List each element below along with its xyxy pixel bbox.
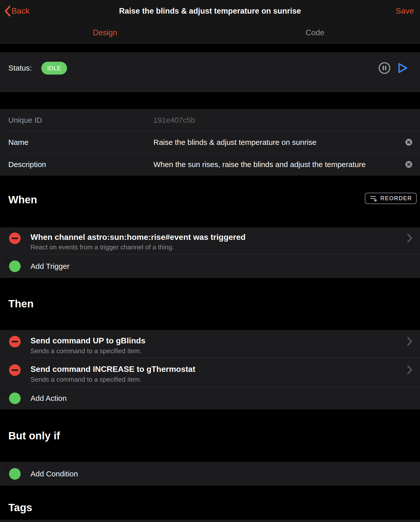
name-clear-button[interactable] xyxy=(405,139,412,146)
status-section: Status: IDLE xyxy=(0,52,420,92)
tags-list-partial xyxy=(0,520,420,522)
action-title: Send command INCREASE to gThermostat xyxy=(30,365,195,374)
trigger-subtitle: React on events from a trigger channel o… xyxy=(30,243,174,251)
when-heading: When xyxy=(8,194,37,206)
unique-id-row: Unique ID 191e407c5b xyxy=(0,109,420,131)
navigation-bar: Back Raise the blinds & adjust temperatu… xyxy=(0,0,420,44)
remove-action-button[interactable] xyxy=(9,336,21,347)
conditions-list: Add Condition xyxy=(0,462,420,486)
but-only-if-header: But only if xyxy=(0,409,420,462)
add-condition-button[interactable]: Add Condition xyxy=(0,462,420,486)
trigger-row[interactable]: When channel astro:sun:home:rise#event w… xyxy=(0,227,420,254)
description-label: Description xyxy=(8,160,46,169)
add-trigger-label: Add Trigger xyxy=(30,262,70,271)
clear-icon xyxy=(405,139,412,146)
rule-details-list: Unique ID 191e407c5b Name Raise the blin… xyxy=(0,109,420,176)
chevron-right-icon xyxy=(407,233,412,243)
tags-header: Tags xyxy=(0,486,420,520)
add-icon xyxy=(9,393,21,404)
page-title: Raise the blinds & adjust temperature on… xyxy=(119,7,301,16)
add-trigger-button[interactable]: Add Trigger xyxy=(0,254,420,278)
add-condition-label: Add Condition xyxy=(30,470,78,478)
spacer xyxy=(0,44,420,52)
status-badge: IDLE xyxy=(41,62,67,75)
reorder-button[interactable]: REORDER xyxy=(365,193,417,204)
back-button[interactable]: Back xyxy=(5,0,29,22)
play-icon xyxy=(397,62,409,74)
action-subtitle: Sends a command to a specified item. xyxy=(30,376,142,383)
name-label: Name xyxy=(8,138,28,147)
then-header: Then xyxy=(0,278,420,330)
remove-action-button[interactable] xyxy=(9,364,21,376)
tab-code[interactable]: Code xyxy=(210,22,420,43)
save-button[interactable]: Save xyxy=(396,0,414,22)
name-field[interactable]: Raise the blinds & adjust temperature on… xyxy=(153,138,401,147)
add-icon xyxy=(9,468,21,480)
then-heading: Then xyxy=(8,298,34,310)
unique-id-value: 191e407c5b xyxy=(153,116,401,124)
add-action-label: Add Action xyxy=(30,394,67,403)
action-row[interactable]: Send command INCREASE to gThermostat Sen… xyxy=(0,358,420,387)
add-icon xyxy=(9,260,21,272)
run-button[interactable] xyxy=(397,62,409,74)
when-header: When REORDER xyxy=(0,176,420,227)
tab-design[interactable]: Design xyxy=(0,22,210,43)
chevron-right-icon xyxy=(407,337,412,346)
back-chevron-icon xyxy=(5,6,11,16)
remove-trigger-button[interactable] xyxy=(9,233,21,244)
actions-list: Send command UP to gBlinds Sends a comma… xyxy=(0,330,420,409)
name-row: Name Raise the blinds & adjust temperatu… xyxy=(0,131,420,153)
action-subtitle: Sends a command to a specified item. xyxy=(30,347,142,355)
reorder-icon xyxy=(370,194,377,202)
but-only-if-heading: But only if xyxy=(8,430,60,442)
description-field[interactable]: When the sun rises, raise the blinds and… xyxy=(153,160,401,169)
clear-icon xyxy=(405,161,412,168)
action-title: Send command UP to gBlinds xyxy=(30,336,145,345)
trigger-title: When channel astro:sun:home:rise#event w… xyxy=(30,233,246,242)
triggers-list: When channel astro:sun:home:rise#event w… xyxy=(0,227,420,278)
status-label: Status: xyxy=(8,64,32,72)
unique-id-label: Unique ID xyxy=(8,116,42,124)
spacer xyxy=(0,92,420,109)
chevron-right-icon xyxy=(407,365,412,375)
description-clear-button[interactable] xyxy=(405,161,412,168)
save-label: Save xyxy=(396,6,414,16)
add-action-button[interactable]: Add Action xyxy=(0,387,420,409)
tab-bar: Design Code xyxy=(0,22,420,43)
back-label: Back xyxy=(12,6,29,16)
pause-icon xyxy=(378,62,391,74)
action-row[interactable]: Send command UP to gBlinds Sends a comma… xyxy=(0,330,420,358)
tags-heading: Tags xyxy=(8,502,32,514)
description-row: Description When the sun rises, raise th… xyxy=(0,153,420,176)
pause-button[interactable] xyxy=(378,62,391,74)
reorder-label: REORDER xyxy=(380,195,412,202)
